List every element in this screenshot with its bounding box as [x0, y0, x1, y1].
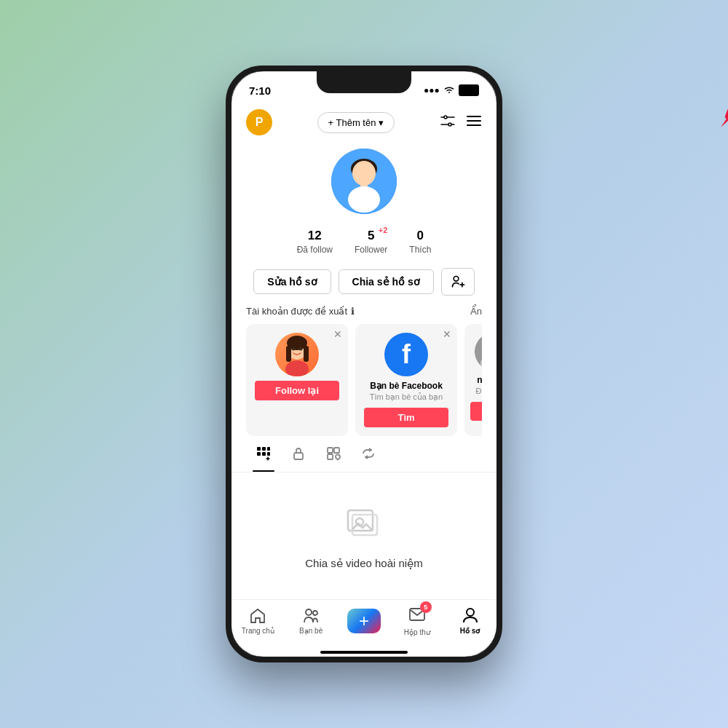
- svg-rect-36: [334, 448, 339, 453]
- edit-profile-button[interactable]: Sửa hồ sơ: [253, 269, 331, 294]
- card-avatar-3: [475, 333, 482, 371]
- suggested-header: Tài khoản được đề xuất ℹ Ẩn: [246, 306, 482, 317]
- svg-point-22: [285, 360, 309, 376]
- tab-liked[interactable]: [316, 439, 351, 472]
- like-number: 0: [417, 229, 424, 243]
- svg-point-12: [352, 161, 376, 186]
- svg-rect-34: [294, 453, 303, 459]
- bottom-nav-inbox-label: Hộp thư: [404, 628, 430, 636]
- tune-icon[interactable]: [440, 113, 456, 132]
- like-label: Thích: [409, 245, 431, 255]
- info-icon[interactable]: ℹ: [351, 306, 355, 317]
- svg-rect-28: [257, 447, 261, 451]
- card-name-3: ngock...: [477, 375, 482, 385]
- stat-follower[interactable]: 5 +2 Follower: [355, 229, 387, 255]
- svg-rect-21: [304, 346, 309, 362]
- stats-row: 12 Đã follow 5 +2 Follower 0 T: [297, 229, 432, 255]
- bottom-nav-home[interactable]: Trang chủ: [238, 607, 278, 635]
- bottom-nav-friends-label: Bạn bè: [299, 627, 323, 635]
- arrow-annotation: [706, 58, 728, 149]
- suggested-cards: ✕: [246, 324, 482, 436]
- status-time: 7:10: [249, 84, 271, 97]
- svg-rect-29: [262, 447, 266, 451]
- bottom-nav-profile[interactable]: Hồ sơ: [450, 607, 490, 635]
- svg-point-44: [467, 609, 474, 616]
- phone-wrapper: 7:10 ●●● 100: [226, 66, 502, 662]
- suggested-section: Tài khoản được đề xuất ℹ Ẩn ✕: [232, 303, 496, 439]
- profile-section: 12 Đã follow 5 +2 Follower 0 T: [232, 141, 496, 303]
- bottom-nav-plus[interactable]: +: [344, 609, 384, 633]
- svg-point-14: [348, 186, 380, 213]
- svg-point-42: [313, 611, 317, 615]
- find-facebook-button[interactable]: Tìm: [364, 408, 448, 427]
- user-avatar-small[interactable]: P: [246, 109, 272, 135]
- follow-number: 12: [308, 229, 322, 243]
- dropdown-icon: ▾: [379, 117, 384, 128]
- add-name-button[interactable]: + Thêm tên ▾: [317, 112, 395, 133]
- svg-rect-20: [286, 346, 291, 362]
- follower-label: Follower: [355, 245, 387, 255]
- card-sub-3: Được fo...: [476, 387, 482, 396]
- add-friend-button[interactable]: [441, 268, 475, 296]
- menu-icon[interactable]: [466, 113, 482, 132]
- suggested-title: Tài khoản được đề xuất ℹ: [246, 306, 355, 317]
- tab-reposts[interactable]: [351, 439, 386, 472]
- background: 7:10 ●●● 100: [0, 0, 728, 728]
- stat-follow[interactable]: 12 Đã follow: [297, 229, 333, 255]
- phone-frame: 7:10 ●●● 100: [226, 66, 502, 662]
- signal-icon: ●●●: [424, 85, 440, 95]
- card-avatar-1: [275, 333, 319, 376]
- content-tabs: [232, 439, 496, 472]
- notch: [317, 71, 411, 93]
- action-buttons: Sửa hồ sơ Chia sẻ hồ sơ: [253, 268, 474, 296]
- battery-icon: 100: [459, 84, 479, 96]
- svg-rect-30: [267, 447, 270, 451]
- svg-rect-33: [267, 452, 270, 456]
- svg-point-23: [291, 347, 295, 351]
- card-close-2[interactable]: ✕: [443, 328, 451, 340]
- svg-rect-31: [257, 452, 261, 456]
- card-close-1[interactable]: ✕: [333, 328, 342, 340]
- follow-label: Đã follow: [297, 245, 333, 255]
- bottom-nav-profile-label: Hồ sơ: [460, 627, 480, 635]
- svg-rect-37: [328, 454, 333, 459]
- bottom-nav: Trang chủ Bạn bè +: [232, 599, 496, 651]
- suggested-card-1: ✕: [246, 324, 348, 436]
- svg-point-24: [298, 347, 302, 351]
- svg-rect-32: [262, 452, 266, 456]
- svg-point-41: [306, 609, 312, 615]
- status-icons: ●●● 100: [424, 84, 479, 96]
- suggested-card-2: ✕ f Bạn bè Facebook Tìm bạn bè của bạn T…: [355, 324, 457, 436]
- tab-private[interactable]: [281, 439, 316, 472]
- bottom-nav-home-label: Trang chủ: [242, 627, 274, 635]
- follower-badge: +2: [379, 226, 388, 234]
- follower-number: 5 +2: [368, 229, 374, 243]
- svg-point-15: [454, 277, 459, 282]
- bottom-nav-friends[interactable]: Bạn bè: [291, 607, 331, 635]
- phone-screen: 7:10 ●●● 100: [232, 71, 496, 657]
- home-indicator: [320, 651, 408, 654]
- stat-like[interactable]: 0 Thích: [409, 229, 431, 255]
- card-sub-2: Tìm bạn bè của bạn: [370, 392, 443, 402]
- follow-3-button[interactable]: Fo...: [470, 402, 482, 421]
- card-avatar-2: f: [384, 333, 428, 376]
- card-name-2: Bạn bè Facebook: [370, 381, 443, 391]
- tab-videos[interactable]: [246, 439, 281, 472]
- wifi-icon: [443, 85, 455, 96]
- svg-rect-35: [328, 448, 333, 453]
- empty-text: Chia sẻ video hoài niệm: [305, 557, 422, 570]
- top-nav: P + Thêm tên ▾: [232, 103, 496, 141]
- nav-right-icons: [440, 113, 482, 132]
- empty-state: Chia sẻ video hoài niệm: [232, 472, 496, 599]
- suggested-card-3: ngock... Được fo... Fo...: [464, 324, 482, 436]
- inbox-badge: 5: [420, 601, 432, 613]
- empty-icon: [342, 502, 386, 548]
- hide-button[interactable]: Ẩn: [470, 306, 482, 317]
- plus-button[interactable]: +: [347, 609, 381, 633]
- profile-avatar: [331, 149, 397, 214]
- share-profile-button[interactable]: Chia sẻ hồ sơ: [339, 269, 434, 294]
- follow-back-button[interactable]: Follow lại: [255, 381, 339, 400]
- bottom-nav-inbox[interactable]: 5 Hộp thư: [397, 606, 437, 636]
